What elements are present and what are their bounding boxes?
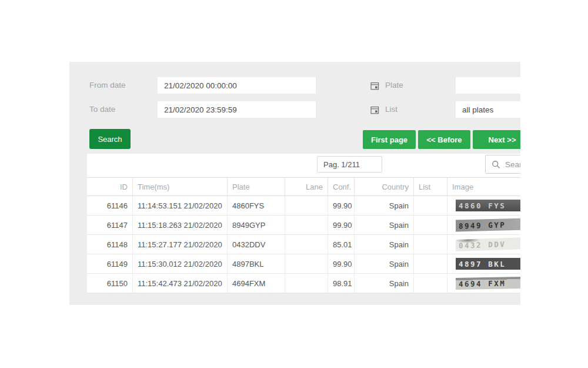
table-toolbar xyxy=(87,154,520,177)
cell-conf: 85.01 xyxy=(328,235,355,254)
cell-lane xyxy=(285,196,328,215)
cell-image: 8949 GYP xyxy=(447,216,520,234)
cell-image: 0432 DDV xyxy=(447,235,520,254)
anpr-results-panel: From date To date Plate List Search Firs… xyxy=(69,62,520,305)
cell-lane xyxy=(285,216,328,234)
cell-lane xyxy=(285,254,328,273)
to-date-label: To date xyxy=(89,101,115,118)
cell-plate: 4860FYS xyxy=(228,196,285,215)
cell-plate: 4694FXM xyxy=(228,274,285,293)
plate-image: 4897 BKL xyxy=(456,258,520,270)
cell-country: Spain xyxy=(355,196,414,215)
column-header-image: Image xyxy=(447,178,520,195)
plate-image: 0432 DDV xyxy=(456,237,520,251)
cell-image: 4860 FYS xyxy=(447,196,520,215)
cell-conf: 99.90 xyxy=(328,196,355,215)
table-row[interactable]: 6114911:15:30.012 21/02/20204897BKL99.90… xyxy=(87,254,520,274)
table-header-row: IDTime(ms)PlateLaneConf.CountryListImage xyxy=(87,177,520,196)
calendar-icon[interactable] xyxy=(370,81,379,90)
from-date-input[interactable] xyxy=(158,77,316,94)
cell-plate: 8949GYP xyxy=(228,216,285,234)
first-page-button[interactable]: First page xyxy=(363,130,416,149)
table-search-input[interactable] xyxy=(505,160,520,169)
column-header-time: Time(ms) xyxy=(133,178,228,195)
cell-time: 11:14:53.151 21/02/2020 xyxy=(133,196,228,215)
cell-image: 4897 BKL xyxy=(447,254,520,273)
plate-image: 8949 GYP xyxy=(456,218,520,231)
from-date-label: From date xyxy=(89,77,126,94)
cell-conf: 99.90 xyxy=(328,254,355,273)
cell-id: 61150 xyxy=(87,274,133,293)
cell-country: Spain xyxy=(355,274,414,293)
page-indicator-input[interactable] xyxy=(317,156,382,173)
cell-lane xyxy=(285,274,328,293)
cell-country: Spain xyxy=(355,216,414,234)
table-row[interactable]: 6114811:15:27.177 21/02/20200432DDV85.01… xyxy=(87,235,520,254)
cell-plate: 4897BKL xyxy=(228,254,285,273)
plate-label: Plate xyxy=(385,77,403,94)
cell-time: 11:15:27.177 21/02/2020 xyxy=(133,235,228,254)
cell-plate: 0432DDV xyxy=(228,235,285,254)
page: From date To date Plate List Search Firs… xyxy=(0,0,588,368)
column-header-lane: Lane xyxy=(285,178,328,195)
cell-list xyxy=(414,235,447,254)
next-page-button[interactable]: Next >> xyxy=(473,130,520,149)
cell-lane xyxy=(285,235,328,254)
cell-list xyxy=(414,196,447,215)
search-button[interactable]: Search xyxy=(89,129,131,149)
list-label: List xyxy=(385,101,397,118)
cell-id: 61146 xyxy=(87,196,133,215)
search-icon xyxy=(492,160,500,169)
cell-conf: 98.91 xyxy=(328,274,355,293)
cell-list xyxy=(414,216,447,234)
cell-country: Spain xyxy=(355,235,414,254)
table-row[interactable]: 6115011:15:42.473 21/02/20204694FXM98.91… xyxy=(87,274,520,293)
cell-id: 61148 xyxy=(87,235,133,254)
plate-input[interactable] xyxy=(456,77,520,94)
plate-image: 4694 FXM xyxy=(456,277,520,290)
column-header-list: List xyxy=(414,178,447,195)
list-select[interactable] xyxy=(456,101,520,118)
column-header-id: ID xyxy=(87,178,133,195)
cell-time: 11:15:30.012 21/02/2020 xyxy=(133,254,228,273)
cell-time: 11:15:18.263 21/02/2020 xyxy=(133,216,228,234)
table-search-box[interactable] xyxy=(485,155,520,174)
calendar-icon[interactable] xyxy=(370,105,379,114)
cell-list xyxy=(414,254,447,273)
column-header-country: Country xyxy=(355,178,414,195)
column-header-conf: Conf. xyxy=(328,178,355,195)
plate-image: 4860 FYS xyxy=(456,200,520,211)
results-table: IDTime(ms)PlateLaneConf.CountryListImage… xyxy=(87,177,520,293)
cell-image: 4694 FXM xyxy=(447,274,520,293)
cell-time: 11:15:42.473 21/02/2020 xyxy=(133,274,228,293)
cell-list xyxy=(414,274,447,293)
previous-page-button[interactable]: << Before xyxy=(418,130,470,149)
table-row[interactable]: 6114611:14:53.151 21/02/20204860FYS99.90… xyxy=(87,196,520,216)
table-body: 6114611:14:53.151 21/02/20204860FYS99.90… xyxy=(87,196,520,293)
to-date-input[interactable] xyxy=(158,101,316,118)
cell-id: 61149 xyxy=(87,254,133,273)
column-header-plate: Plate xyxy=(228,178,285,195)
cell-country: Spain xyxy=(355,254,414,273)
cell-id: 61147 xyxy=(87,216,133,234)
cell-conf: 99.90 xyxy=(328,216,355,234)
table-row[interactable]: 6114711:15:18.263 21/02/20208949GYP99.90… xyxy=(87,216,520,235)
